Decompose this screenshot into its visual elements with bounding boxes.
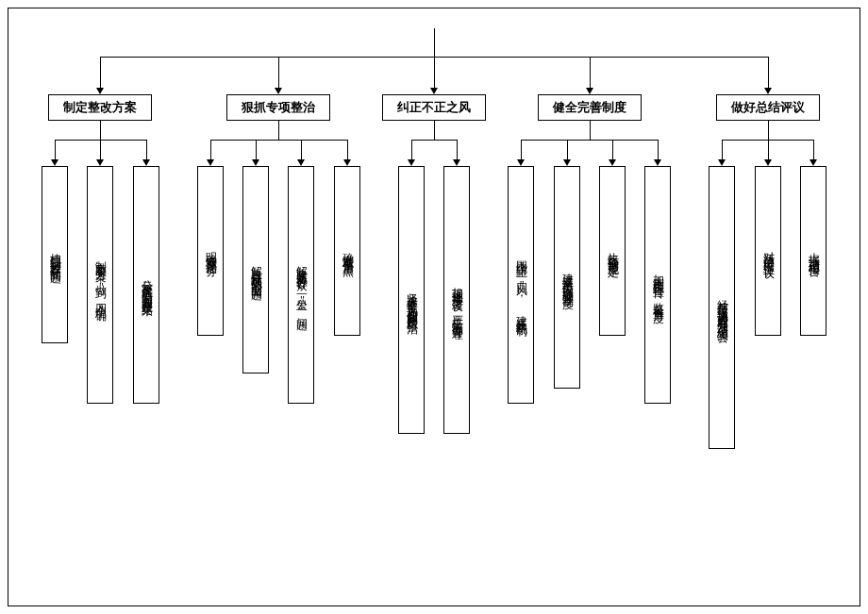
leaf-box: 经与督导组沟通协商后召开活动总结大会	[709, 166, 735, 449]
connector	[210, 140, 211, 159]
connector	[411, 140, 457, 141]
arrow-down-icon	[764, 88, 772, 94]
leaf-box: 执行各项制度规定	[599, 166, 626, 336]
arrow-down-icon	[563, 159, 571, 166]
connector	[768, 140, 769, 159]
arrow-down-icon	[430, 88, 438, 94]
category-box: 健全完善制度	[538, 94, 642, 121]
connector	[55, 140, 56, 159]
connector	[301, 140, 302, 159]
arrow-down-icon	[275, 88, 282, 94]
leaf-box: 解决联系服务群众"一公里"问题	[288, 166, 314, 404]
category-box: 做好总结评议	[716, 94, 820, 121]
arrow-down-icon	[51, 159, 58, 166]
arrow-down-icon	[609, 159, 616, 166]
connector	[521, 140, 522, 159]
connector	[210, 140, 347, 141]
connector	[256, 140, 257, 159]
connector	[146, 140, 147, 159]
category-box: 制定整改方案	[48, 94, 152, 121]
arrow-down-icon	[207, 159, 214, 166]
connector	[100, 140, 101, 159]
connector	[722, 140, 723, 159]
arrow-down-icon	[408, 159, 415, 166]
leaf-box: 确定专项整治重点	[334, 166, 360, 336]
arrow-down-icon	[96, 159, 104, 166]
leaf-box: 对活动进行民主评议	[755, 166, 781, 336]
connector	[347, 140, 348, 159]
leaf-box: 公示整改任务书时间表和整改结果	[133, 166, 159, 404]
leaf-box: 梳理归纳分析存在的问题	[42, 166, 68, 343]
arrow-down-icon	[654, 159, 661, 166]
arrow-down-icon	[297, 159, 305, 166]
leaf-box: 围绕防止"四风"，建立长效机制	[508, 166, 534, 404]
connector	[100, 57, 101, 88]
leaf-box: 上报活动总结报告	[800, 166, 826, 336]
leaf-box: 解决群众反映强烈的突出问题	[242, 166, 269, 373]
connector	[612, 140, 613, 159]
arrow-down-icon	[252, 159, 259, 166]
category-box: 纠正不正之风	[382, 94, 486, 121]
connector	[521, 140, 658, 141]
connector	[590, 121, 591, 140]
arrow-down-icon	[718, 159, 726, 166]
arrow-down-icon	[142, 159, 150, 166]
arrow-down-icon	[517, 159, 525, 166]
leaf-box: 建立健全单位内部各项管理制度	[554, 166, 580, 389]
leaf-box: 加大制度执行宣传、监督检查力度	[644, 166, 671, 404]
leaf-box: 坚决查处不正之风和腐败问题严厉整治	[398, 166, 425, 434]
leaf-box: 制定整改方案，做到"四个明确"	[87, 166, 113, 404]
connector	[813, 140, 814, 159]
connector	[278, 121, 279, 140]
connector	[768, 57, 769, 88]
connector	[567, 140, 568, 159]
connector	[768, 121, 769, 140]
arrow-down-icon	[764, 159, 772, 166]
leaf-box: 加强领导班子建设，严格干部教育管理	[443, 166, 470, 434]
arrow-down-icon	[343, 159, 351, 166]
connector	[434, 57, 435, 88]
connector	[457, 140, 458, 159]
arrow-down-icon	[96, 88, 104, 94]
connector	[278, 57, 279, 88]
connector	[100, 121, 101, 140]
connector	[434, 121, 435, 140]
connector	[590, 57, 591, 88]
connector	[411, 140, 412, 159]
arrow-down-icon	[810, 159, 817, 166]
connector	[658, 140, 659, 159]
connector	[434, 28, 435, 57]
category-box: 狠抓专项整治	[226, 94, 330, 121]
arrow-down-icon	[453, 159, 460, 166]
arrow-down-icon	[586, 88, 593, 94]
leaf-box: 明确专项整治任务	[197, 166, 224, 336]
